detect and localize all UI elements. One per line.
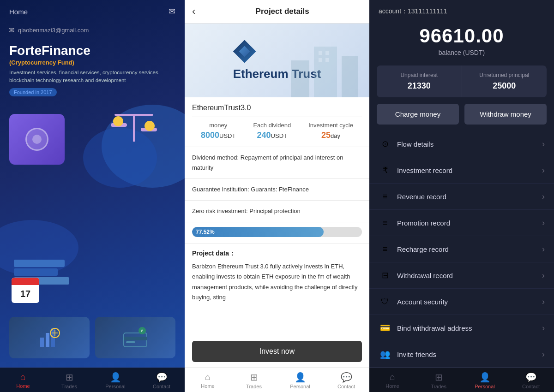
nav-trades[interactable]: ⊞ Trades — [46, 368, 92, 392]
unreturned-label: Unreturned principal — [467, 72, 542, 78]
svg-rect-14 — [319, 51, 322, 55]
recharge-record-icon: ≡ — [379, 243, 391, 255]
left-nav: ⌂ Home ⊞ Trades 👤 Personal 💬 Contact — [0, 368, 185, 392]
envelope-icon[interactable]: ✉ — [169, 6, 175, 17]
project-data-section: Project data： Barbizon Ethereum Trust 3.… — [185, 244, 369, 308]
eth-diamond-icon — [233, 40, 256, 63]
account-label: account：13111111111 — [379, 7, 447, 15]
right-trades-icon: ⊞ — [435, 372, 443, 383]
right-nav-contact[interactable]: 💬 Contact — [508, 368, 554, 392]
middle-panel: ‹ Project details Ethereum Trust — [185, 0, 369, 392]
balance-section: 96610.00 balance (USDT) — [369, 20, 554, 65]
account-security-label: Account security — [397, 298, 542, 306]
mid-nav-personal[interactable]: 👤 Personal — [277, 368, 323, 392]
stat-dividend: Each dividend 240USDT — [253, 122, 291, 140]
bottom-card-left — [9, 317, 90, 358]
menu-investment-record[interactable]: ₹ Investment record › — [369, 157, 554, 184]
project-info: EthereumTrust3.0 money 8000USDT Each div… — [185, 97, 369, 147]
mid-nav-trades[interactable]: ⊞ Trades — [231, 368, 277, 392]
bottom-cards: ₮ — [0, 317, 185, 358]
menu-withdrawal-record[interactable]: ⊟ Withdrawal record › — [369, 262, 554, 289]
project-image: Ethereum Trust — [185, 24, 369, 97]
bind-withdrawal-icon: 💳 — [379, 321, 391, 334]
mid-nav-contact[interactable]: 💬 Contact — [323, 368, 369, 392]
bind-withdrawal-label: Bind withdrawal address — [397, 324, 542, 332]
menu-revenue-record[interactable]: ≡ Revenue record › — [369, 184, 554, 210]
withdraw-money-button[interactable]: Withdraw money — [464, 104, 547, 125]
right-nav-personal[interactable]: 👤 Personal — [462, 368, 508, 392]
nav-contact[interactable]: 💬 Contact — [138, 368, 185, 392]
flow-details-label: Flow details — [397, 140, 542, 148]
mid-home-label: Home — [201, 383, 214, 389]
svg-rect-15 — [325, 51, 329, 55]
withdrawal-record-chevron: › — [542, 271, 545, 280]
right-home-icon: ⌂ — [390, 372, 395, 382]
contact-nav-icon: 💬 — [156, 372, 168, 383]
home-nav-label: Home — [16, 383, 30, 389]
investment-record-icon: ₹ — [379, 164, 391, 177]
right-nav-trades[interactable]: ⊞ Trades — [416, 368, 462, 392]
account-security-chevron: › — [542, 297, 545, 307]
investment-record-chevron: › — [542, 166, 545, 175]
mid-nav: ⌂ Home ⊞ Trades 👤 Personal 💬 Contact — [185, 368, 369, 392]
left-panel: Home ✉ ✉ qiaobenmazi3@gmail.com ForteFin… — [0, 0, 185, 392]
unreturned-value: 25000 — [467, 81, 542, 91]
nav-personal[interactable]: 👤 Personal — [92, 368, 138, 392]
mid-personal-label: Personal — [290, 384, 310, 389]
mid-trades-label: Trades — [246, 384, 262, 389]
svg-rect-13 — [342, 56, 358, 97]
cycle-value: 25day — [308, 131, 353, 140]
invite-friends-icon: 👥 — [379, 348, 391, 361]
project-stats: money 8000USDT Each dividend 240USDT Inv… — [192, 122, 362, 140]
nav-home[interactable]: ⌂ Home — [0, 368, 46, 392]
brand-name: ForteFinance — [9, 44, 175, 58]
withdrawal-record-icon: ⊟ — [379, 269, 391, 282]
progress-label: 77.52% — [196, 229, 215, 235]
menu-bind-withdrawal[interactable]: 💳 Bind withdrawal address › — [369, 315, 554, 341]
menu-flow-details[interactable]: ⊙ Flow details › — [369, 131, 554, 157]
right-nav-home[interactable]: ⌂ Home — [369, 368, 416, 392]
trades-nav-icon: ⊞ — [66, 372, 73, 383]
left-top-bar: Home ✉ — [0, 0, 185, 23]
mid-title: Project details — [203, 7, 362, 16]
menu-account-security[interactable]: 🛡 Account security › — [369, 289, 554, 315]
back-button[interactable]: ‹ — [192, 6, 195, 18]
svg-rect-1 — [46, 333, 49, 347]
mid-content: Ethereum Trust EthereumTrust3.0 money — [185, 24, 369, 335]
flow-details-chevron: › — [542, 139, 545, 149]
invest-button[interactable]: Invest now — [192, 341, 362, 362]
building-illustration — [286, 37, 360, 97]
scales-illustration — [111, 109, 157, 160]
menu-promotion-record[interactable]: ≡ Promotion record › — [369, 210, 554, 236]
invite-friends-label: Invite friends — [397, 350, 542, 358]
promotion-record-label: Promotion record — [397, 219, 542, 227]
menu-recharge-record[interactable]: ≡ Recharge record › — [369, 236, 554, 262]
dividend-label: Each dividend — [253, 122, 291, 129]
right-panel: account：13111111111 96610.00 balance (US… — [369, 0, 554, 392]
zero-risk-text: Zero risk investment: Principal protecti… — [192, 206, 362, 216]
left-illustration: 17 — [0, 100, 185, 368]
mid-contact-label: Contact — [337, 384, 355, 389]
project-data-title: Project data： — [192, 249, 362, 258]
progress-section: 77.52% — [185, 222, 369, 244]
menu-invite-friends[interactable]: 👥 Invite friends › — [369, 341, 554, 368]
menu-list: ⊙ Flow details › ₹ Investment record › ≡… — [369, 131, 554, 368]
svg-rect-8 — [126, 341, 135, 343]
home-nav-icon: ⌂ — [20, 372, 26, 382]
unpaid-label: Unpaid interest — [381, 72, 457, 78]
calendar-illustration: 17 — [12, 278, 39, 303]
mid-nav-home[interactable]: ⌂ Home — [185, 368, 231, 392]
personal-nav-label: Personal — [105, 384, 125, 389]
cycle-label: Investment cycle — [308, 122, 353, 129]
project-dividend-detail: Dividend method: Repayment of principal … — [185, 147, 369, 179]
svg-rect-11 — [291, 60, 309, 97]
brand-desc: Investment services, financial services,… — [9, 69, 175, 85]
svg-rect-0 — [40, 338, 44, 347]
charge-money-button[interactable]: Charge money — [377, 104, 459, 125]
home-link[interactable]: Home — [9, 8, 28, 16]
mid-contact-icon: 💬 — [341, 372, 352, 383]
right-contact-icon: 💬 — [525, 372, 537, 383]
money-label: money — [201, 122, 235, 129]
balance-amount: 96610.00 — [379, 25, 545, 47]
progress-bar: 77.52% — [192, 227, 362, 237]
